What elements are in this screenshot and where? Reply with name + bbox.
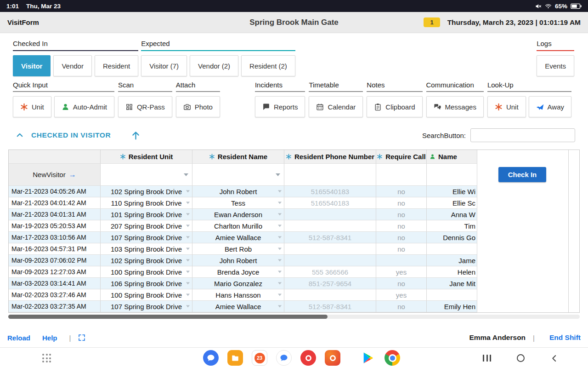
files-app-icon[interactable]: [227, 350, 243, 366]
tab-group-logs: Logs Events: [537, 40, 574, 76]
resident-name-cell[interactable]: Bert Rob: [192, 243, 284, 255]
resident-unit-cell[interactable]: 100 Spring Brook Drive: [101, 289, 192, 301]
require-call-cell: yes: [376, 266, 427, 278]
qr-pass-button[interactable]: QR-Pass: [118, 96, 172, 117]
vertical-scrollbar-track[interactable]: [568, 150, 579, 312]
button-label: Messages: [445, 103, 476, 111]
new-phone-cell[interactable]: [284, 164, 376, 186]
resident-name-cell[interactable]: John Robert: [192, 255, 284, 266]
check-in-button[interactable]: Check In: [498, 167, 546, 182]
resident-unit-cell[interactable]: 107 Spring Brook Drive: [101, 232, 192, 243]
tab-checked-in-vendor[interactable]: Vendor: [53, 55, 92, 76]
resident-name-cell[interactable]: John Robert: [192, 186, 284, 197]
horizontal-scrollbar-track[interactable]: [8, 315, 580, 319]
tab-checked-in-resident[interactable]: Resident: [95, 55, 138, 76]
app-drawer-button[interactable]: [42, 354, 51, 362]
caret-down-icon: [186, 225, 190, 227]
help-link[interactable]: Help: [42, 334, 57, 342]
resident-name-cell[interactable]: Hans Hansson: [192, 289, 284, 301]
resident-phone-cell: 555 366566: [284, 266, 376, 278]
search-input[interactable]: [470, 128, 575, 142]
resident-unit-cell[interactable]: 207 Spring Brook Drive: [101, 220, 192, 232]
unit-button[interactable]: Unit: [13, 96, 51, 117]
home-button[interactable]: [517, 354, 525, 362]
away-button[interactable]: Away: [529, 96, 571, 117]
tab-checked-in-visitor[interactable]: Visitor: [13, 55, 51, 76]
wifi-icon: [545, 3, 552, 10]
calendar-app-icon[interactable]: 23: [252, 350, 267, 366]
notification-badge[interactable]: 1: [424, 17, 440, 27]
new-visitor-name-cell[interactable]: [427, 164, 477, 186]
toolbar-group-label: Look-Up: [487, 81, 571, 92]
button-label: Auto-Admit: [73, 103, 107, 111]
arrow-up-icon[interactable]: [131, 131, 141, 140]
photo-button[interactable]: Photo: [176, 96, 220, 117]
recents-button[interactable]: [483, 355, 491, 362]
back-button[interactable]: [550, 354, 559, 362]
mute-icon: [535, 3, 542, 10]
caret-down-icon: [278, 248, 282, 250]
resident-name-cell[interactable]: Tess: [192, 197, 284, 209]
resident-name-cell[interactable]: Amiee Wallace: [192, 301, 284, 312]
header-cell-resident-phone: Resident Phone Number: [284, 150, 376, 164]
caret-down-icon: [278, 225, 282, 227]
tab-expected-vendor[interactable]: Vendor (2): [190, 55, 238, 76]
toolbar-group-scan: Scan QR-Pass: [118, 81, 172, 117]
fullscreen-icon[interactable]: [78, 334, 85, 341]
resident-unit-cell[interactable]: 101 Spring Brook Drive: [101, 209, 192, 220]
checkin-time-cell: Mar-02-2023 03:27:35 AM: [9, 301, 101, 312]
table-body: Mar-21-2023 04:05:26 AM 102 Spring Brook…: [9, 186, 579, 312]
messages-button[interactable]: Messages: [426, 96, 484, 117]
end-shift-button[interactable]: End Shift: [549, 334, 581, 342]
resident-name-cell[interactable]: Ewan Anderson: [192, 209, 284, 220]
new-require-call-cell[interactable]: [376, 164, 427, 186]
resident-name-cell[interactable]: Mario Gonzalez: [192, 278, 284, 289]
unit-icon: [20, 103, 28, 111]
resident-unit-cell[interactable]: 102 Spring Brook Drive: [101, 255, 192, 266]
resident-unit-cell[interactable]: 110 Spring Brook Drive: [101, 197, 192, 209]
red-app-icon[interactable]: [300, 350, 316, 366]
tab-logs-events[interactable]: Events: [537, 55, 574, 76]
checkin-time-cell: Mar-16-2023 04:57:31 PM: [9, 243, 101, 255]
camera-app-icon[interactable]: [325, 350, 340, 366]
calendar-button[interactable]: Calendar: [309, 96, 363, 117]
resident-name-cell[interactable]: Charlton Murillo: [192, 220, 284, 232]
resident-name-cell[interactable]: Amiee Wallace: [192, 232, 284, 243]
toolbar-group-communication: Communication Messages: [426, 81, 484, 117]
clipboard-button[interactable]: Clipboard: [367, 96, 422, 117]
horizontal-scrollbar-thumb[interactable]: [8, 315, 328, 319]
messages-app-icon[interactable]: [276, 350, 292, 366]
resident-unit-cell[interactable]: 103 Spring Brook Drive: [101, 243, 192, 255]
status-date: Thu, Mar 23: [26, 3, 61, 10]
resident-unit-cell[interactable]: 107 Spring Brook Drive: [101, 301, 192, 312]
resident-unit-cell[interactable]: 102 Spring Brook Drive: [101, 186, 192, 197]
chevron-up-icon[interactable]: [16, 131, 24, 139]
caret-down-icon: [278, 271, 282, 273]
require-call-cell: no: [376, 220, 427, 232]
reload-link[interactable]: Reload: [7, 334, 30, 342]
play-store-icon[interactable]: [360, 350, 376, 366]
new-visitor-label-cell: NewVisitor →: [9, 164, 101, 186]
auto-admit-button[interactable]: Auto-Admit: [54, 96, 114, 117]
button-label: Calendar: [328, 103, 356, 111]
resident-name-cell[interactable]: Brenda Joyce: [192, 266, 284, 278]
resident-phone-cell: 5165540183: [284, 197, 376, 209]
status-time: 1:01: [6, 3, 19, 10]
lookup-unit-button[interactable]: Unit: [487, 96, 526, 117]
person-icon: [430, 154, 435, 160]
tab-expected-visitor[interactable]: Visitor (7): [141, 55, 187, 76]
new-name-dropdown[interactable]: [192, 164, 284, 186]
resident-unit-cell[interactable]: 106 Spring Brook Drive: [101, 278, 192, 289]
new-unit-dropdown[interactable]: [101, 164, 192, 186]
reports-button[interactable]: Reports: [255, 96, 305, 117]
signal-app-icon[interactable]: [203, 350, 219, 366]
visitor-name-cell: Tim: [427, 220, 477, 232]
tab-expected-resident[interactable]: Resident (2): [241, 55, 295, 76]
require-call-cell: no: [376, 278, 427, 289]
chrome-icon[interactable]: [384, 350, 400, 366]
caret-down-icon: [184, 173, 188, 176]
visitor-name-cell: Ellie Sc: [427, 197, 477, 209]
resident-unit-cell[interactable]: 100 Spring Brook Drive: [101, 266, 192, 278]
caret-down-icon: [278, 294, 282, 296]
checkin-time-cell: Mar-09-2023 12:27:03 AM: [9, 266, 101, 278]
